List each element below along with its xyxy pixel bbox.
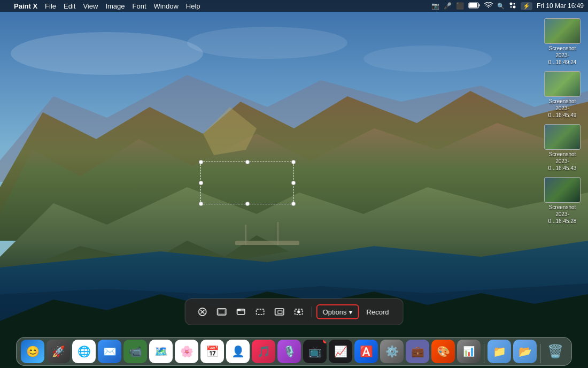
paintx-icon: 🎨 — [437, 345, 450, 358]
dock-folder1[interactable]: 📁 — [488, 340, 511, 363]
close-button[interactable] — [194, 303, 211, 320]
dock-facetime[interactable]: 📹 — [123, 340, 147, 363]
dock: 😊 🚀 🌐 ✉️ 📹 🗺️ 🌸 📅 👤 — [16, 337, 572, 366]
battery-icon[interactable] — [468, 2, 480, 10]
desktop: Paint X File Edit View Image Font Window… — [0, 0, 588, 368]
menu-font[interactable]: Font — [133, 2, 146, 10]
control-center-icon[interactable] — [509, 2, 516, 10]
svg-point-20 — [513, 6, 515, 9]
svg-point-19 — [509, 3, 512, 5]
appletv-icon: 📺 — [308, 345, 322, 358]
stocks-icon: 📈 — [334, 345, 347, 358]
svg-rect-32 — [257, 309, 264, 315]
contacts-icon: 👤 — [231, 345, 245, 358]
dock-music[interactable]: 🎵 — [252, 340, 275, 363]
screenshot-label-2: Screenshot2023-0...16:45.49 — [543, 98, 582, 119]
menu-window[interactable]: Window — [154, 2, 179, 10]
capture-selection-button[interactable] — [252, 303, 269, 320]
wifi-icon[interactable] — [484, 2, 493, 10]
menubar-right: 📷 🎤 ⬛ 🔍 — [431, 2, 584, 10]
dock-separator2 — [540, 344, 540, 363]
menubar: Paint X File Edit View Image Font Window… — [0, 0, 588, 12]
svg-point-31 — [239, 310, 241, 311]
svg-point-30 — [238, 310, 239, 311]
mail-icon: ✉️ — [103, 345, 117, 358]
svg-point-2 — [187, 27, 347, 59]
menu-file[interactable]: File — [45, 2, 56, 10]
capture-screen-button[interactable] — [213, 303, 230, 320]
screenshot-toolbar: Options ▾ Record — [185, 298, 404, 325]
facetime-icon: 📹 — [129, 345, 142, 358]
folder1-icon: 📁 — [493, 345, 506, 358]
record-button[interactable]: Record — [361, 304, 394, 319]
svg-rect-27 — [219, 310, 225, 314]
dock-paintx[interactable]: 🎨 — [431, 340, 455, 363]
dock-trash[interactable]: 🗑️ — [544, 340, 567, 363]
dock-calendar[interactable]: 📅 — [200, 340, 224, 363]
menu-help[interactable]: Help — [186, 2, 200, 10]
options-label: Options — [323, 308, 347, 316]
dock-photos[interactable]: 🌸 — [175, 340, 198, 363]
options-button[interactable]: Options ▾ — [316, 304, 359, 319]
podcasts-icon: 🎙️ — [283, 345, 296, 358]
dock-chrome[interactable]: 🌐 — [72, 340, 96, 363]
trash-icon: 🗑️ — [547, 344, 563, 359]
screenshot-thumb-2 — [544, 71, 581, 97]
activity-icon: 📊 — [463, 346, 475, 357]
svg-rect-12 — [235, 241, 299, 245]
dock-contacts[interactable]: 👤 — [226, 340, 250, 363]
dock-launchpad[interactable]: 🚀 — [47, 340, 70, 363]
capture-timer-button[interactable] — [271, 303, 288, 320]
folder2-icon: 📂 — [519, 345, 532, 358]
svg-point-3 — [363, 45, 492, 72]
screen-record-icon[interactable]: ⬛ — [456, 2, 464, 10]
chrome-icon: 🌐 — [78, 345, 91, 358]
dock-teams[interactable]: 💼 — [406, 340, 429, 363]
menu-view[interactable]: View — [83, 2, 98, 10]
maps-icon: 🗺️ — [154, 345, 168, 358]
launchpad-icon: 🚀 — [52, 345, 65, 358]
svg-rect-34 — [278, 311, 282, 313]
record-selection-button[interactable] — [290, 303, 307, 320]
desktop-icon-1[interactable]: Screenshot2023-0...16:49:24 — [541, 16, 584, 68]
desktop-icon-3[interactable]: Screenshot2023-0...16:45.43 — [541, 122, 584, 174]
menu-edit[interactable]: Edit — [64, 2, 75, 10]
desktop-icon-2[interactable]: Screenshot2023-0...16:45.49 — [541, 69, 584, 121]
toolbar-divider — [312, 306, 312, 317]
dock-appletv[interactable]: 📺 1 — [303, 340, 327, 363]
search-icon[interactable]: 🔍 — [497, 3, 505, 10]
dock-stocks[interactable]: 📈 — [329, 340, 352, 363]
dock-activity[interactable]: 📊 — [457, 340, 481, 363]
dock-maps[interactable]: 🗺️ — [149, 340, 173, 363]
dock-appstore[interactable]: 🅰️ — [354, 340, 378, 363]
dock-separator — [484, 344, 484, 363]
screenshot-label-4: Screenshot2023-0...16:45.28 — [543, 204, 582, 225]
appletv-badge: 1 — [323, 340, 327, 343]
appstore-icon: 🅰️ — [360, 345, 373, 358]
calendar-icon: 📅 — [206, 345, 219, 358]
sysprefs-icon: ⚙️ — [385, 345, 399, 358]
menu-image[interactable]: Image — [105, 2, 125, 10]
datetime: Fri 10 Mar 16:49 — [537, 2, 584, 10]
desktop-icon-4[interactable]: Screenshot2023-0...16:45.28 — [541, 175, 584, 227]
capture-window-button[interactable] — [233, 303, 250, 320]
dock-folder2[interactable]: 📂 — [513, 340, 537, 363]
svg-point-36 — [298, 311, 300, 313]
screenshot-label-1: Screenshot2023-0...16:49:24 — [543, 45, 582, 66]
menubar-left: Paint X File Edit View Image Font Window… — [4, 2, 200, 10]
dock-sysprefs[interactable]: ⚙️ — [380, 340, 404, 363]
desktop-icons: Screenshot2023-0...16:49:24 Screenshot20… — [541, 16, 584, 227]
finder-icon: 😊 — [26, 345, 40, 358]
notification-icon[interactable]: ⚡ — [521, 2, 532, 10]
svg-rect-18 — [478, 4, 479, 6]
teams-icon: 💼 — [411, 345, 424, 358]
mic-off-icon[interactable]: 🎤 — [444, 2, 452, 10]
svg-rect-17 — [469, 3, 477, 7]
dock-finder[interactable]: 😊 — [21, 340, 44, 363]
dock-mail[interactable]: ✉️ — [98, 340, 121, 363]
screenshot-thumb-1 — [544, 18, 581, 44]
app-name[interactable]: Paint X — [14, 2, 37, 10]
screenshot-label-3: Screenshot2023-0...16:45.43 — [543, 151, 582, 172]
camera-menubar-icon[interactable]: 📷 — [431, 2, 439, 10]
dock-podcasts[interactable]: 🎙️ — [277, 340, 301, 363]
